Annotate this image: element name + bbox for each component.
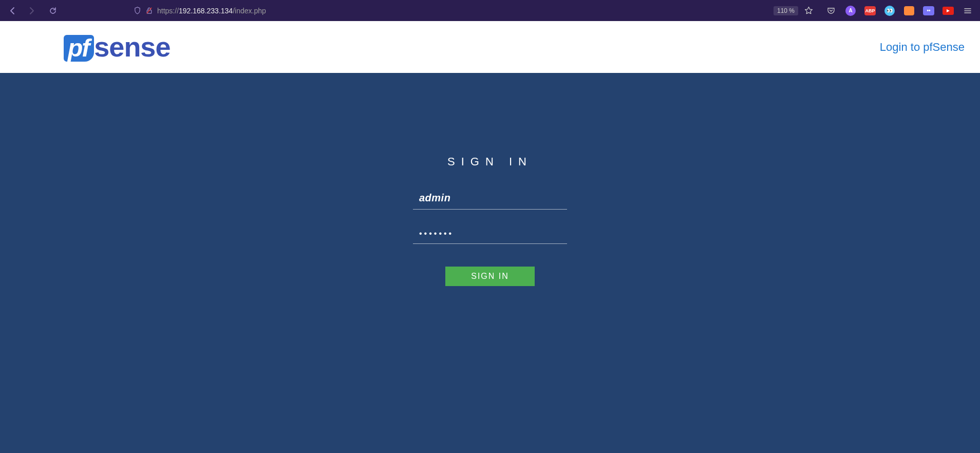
signin-heading: SIGN IN — [447, 155, 533, 168]
pfsense-logo: pfsense — [64, 33, 170, 62]
forward-button[interactable] — [24, 3, 39, 18]
app-menu-icon[interactable] — [960, 4, 975, 18]
back-button[interactable] — [5, 3, 21, 18]
page-header: pfsense Login to pfSense — [0, 21, 980, 73]
extension-youtube-icon[interactable] — [941, 4, 955, 18]
url-text: https://192.168.233.134/index.php — [157, 7, 266, 15]
pocket-icon[interactable] — [824, 4, 838, 18]
logo-pf: pf — [64, 35, 94, 62]
password-input[interactable] — [413, 225, 567, 244]
signin-button[interactable]: SIGN IN — [445, 267, 535, 286]
page-title: Login to pfSense — [880, 41, 965, 54]
logo-sense: sense — [94, 33, 170, 61]
bookmark-star-icon[interactable] — [801, 4, 816, 18]
extension-owl-icon[interactable]: 👀 — [882, 4, 897, 18]
username-input[interactable] — [413, 188, 567, 210]
browser-toolbar: https://192.168.233.134/index.php 110 % … — [0, 0, 980, 21]
svg-line-1 — [147, 8, 152, 13]
lock-warning-icon[interactable] — [145, 7, 153, 14]
extension-cat-icon[interactable]: •• — [921, 4, 936, 18]
reload-button[interactable] — [45, 3, 61, 18]
shield-icon[interactable] — [134, 7, 141, 14]
extension-abp-icon[interactable]: ABP — [863, 4, 877, 18]
extension-fox-icon[interactable] — [902, 4, 916, 18]
login-form: SIGN IN SIGN IN — [0, 73, 980, 286]
url-bar[interactable]: https://192.168.233.134/index.php — [134, 7, 266, 15]
zoom-badge[interactable]: 110 % — [774, 6, 798, 15]
extension-a-icon[interactable]: A — [843, 4, 858, 18]
